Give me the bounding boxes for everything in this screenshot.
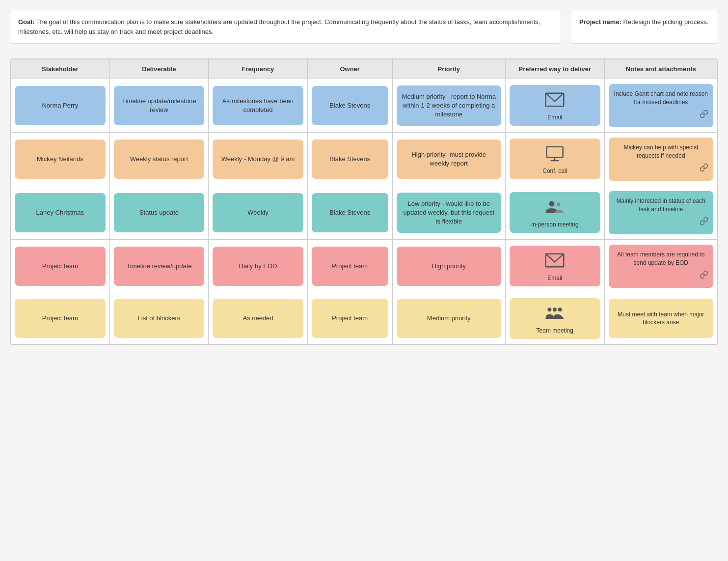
svg-point-8 (548, 308, 552, 311)
priority-card: Low priority - would like to be updated … (397, 193, 501, 233)
attachment-link-icon[interactable] (700, 163, 708, 175)
delivery-icon-email (545, 251, 565, 272)
deliverable-card: Weekly status report (114, 140, 205, 179)
delivery-cell: In-person meeting (505, 186, 604, 239)
goal-label: Goal: (18, 18, 34, 26)
notes-card: Mickey can help with special requests if… (609, 138, 713, 181)
stakeholder-card: Project team (15, 299, 106, 338)
notes-text: Include Gantt chart and note reason for … (614, 90, 708, 107)
notes-card: Must meet with team when major blockers … (609, 299, 713, 338)
delivery-card: In-person meeting (510, 192, 600, 233)
notes-text: Mainly interested in status of each task… (614, 197, 708, 214)
priority-cell: High priority (392, 239, 505, 293)
frequency-card: Weekly - Monday @ 9 am (213, 140, 303, 179)
notes-cell: Include Gantt chart and note reason for … (604, 79, 717, 133)
column-header: Stakeholder (11, 59, 110, 79)
deliverable-card: List of blockers (114, 299, 205, 338)
svg-point-6 (557, 203, 561, 207)
stakeholder-card: Mickey Neilands (15, 140, 106, 179)
frequency-card: Daily by EOD (213, 247, 303, 286)
owner-cell: Project team (307, 239, 392, 293)
delivery-card: Email (510, 85, 600, 126)
owner-cell: Blake Stevens (307, 132, 392, 186)
attachment-link-icon[interactable] (700, 217, 708, 228)
delivery-icon-inperson (545, 197, 565, 218)
notes-card: All team members are required to send up… (609, 245, 713, 288)
svg-rect-1 (547, 147, 563, 158)
delivery-label: Email (547, 114, 562, 121)
stakeholder-cell: Project team (11, 293, 110, 344)
delivery-icon-team-meeting (545, 303, 565, 324)
deliverable-cell: Timeline review/update (109, 239, 209, 293)
notes-cell: Mickey can help with special requests if… (604, 132, 717, 186)
table-header-row: StakeholderDeliverableFrequencyOwnerPrio… (11, 59, 718, 79)
attachment-link-icon[interactable] (700, 270, 708, 282)
stakeholder-cell: Laney Christmas (11, 186, 110, 239)
owner-cell: Project team (307, 293, 392, 344)
delivery-icon-email (545, 90, 565, 111)
owner-card: Project team (312, 299, 388, 338)
column-header: Notes and attachments (604, 59, 717, 79)
header-section: Goal: The goal of this communication pla… (10, 10, 718, 44)
column-header: Owner (307, 59, 392, 79)
delivery-label: Email (547, 275, 562, 281)
column-header: Frequency (209, 59, 308, 79)
delivery-label: In-person meeting (531, 221, 579, 228)
priority-cell: Low priority - would like to be updated … (392, 186, 505, 239)
frequency-card: As needed (213, 299, 303, 338)
delivery-label: Conf. call (542, 168, 567, 174)
svg-point-10 (558, 308, 562, 311)
attachment-link-icon[interactable] (700, 110, 708, 121)
deliverable-card: Timeline review/update (114, 247, 205, 286)
stakeholder-card: Norma Perry (15, 86, 106, 125)
table-row: Laney ChristmasStatus updateWeeklyBlake … (11, 186, 718, 239)
svg-point-5 (549, 201, 555, 207)
project-label: Project name: (579, 18, 621, 26)
deliverable-card: Status update (114, 193, 205, 232)
priority-card: High priority (397, 247, 501, 286)
owner-card: Blake Stevens (312, 86, 388, 125)
column-header: Priority (392, 59, 505, 79)
notes-text: All team members are required to send up… (614, 251, 708, 267)
deliverable-cell: Weekly status report (109, 132, 209, 186)
notes-text: Mickey can help with special requests if… (614, 143, 708, 160)
notes-card: Include Gantt chart and note reason for … (609, 84, 713, 127)
deliverable-cell: List of blockers (109, 293, 209, 344)
frequency-card: Weekly (213, 193, 303, 232)
column-header: Deliverable (109, 59, 209, 79)
delivery-card: Email (510, 246, 600, 286)
notes-cell: Must meet with team when major blockers … (604, 293, 717, 344)
owner-cell: Blake Stevens (307, 186, 392, 239)
priority-cell: High priority- must provide weekly repor… (392, 132, 505, 186)
priority-card: High priority- must provide weekly repor… (397, 140, 501, 179)
table-row: Norma PerryTimeline update/milestone rev… (11, 79, 718, 133)
notes-cell: Mainly interested in status of each task… (604, 186, 717, 239)
owner-card: Blake Stevens (312, 193, 388, 232)
notes-text: Must meet with team when major blockers … (614, 305, 708, 332)
svg-point-9 (553, 308, 557, 311)
stakeholder-cell: Mickey Neilands (11, 132, 110, 186)
priority-card: Medium priority - report to Norma within… (397, 85, 501, 126)
owner-cell: Blake Stevens (307, 79, 392, 133)
delivery-card: Team meeting (510, 298, 600, 339)
goal-box: Goal: The goal of this communication pla… (10, 10, 561, 44)
stakeholder-card: Laney Christmas (15, 193, 106, 232)
stakeholder-cell: Project team (11, 239, 110, 293)
project-text: Redesign the picking process. (621, 18, 708, 26)
notes-cell: All team members are required to send up… (604, 239, 717, 293)
frequency-cell: Weekly - Monday @ 9 am (209, 132, 308, 186)
deliverable-card: Timeline update/milestone review (114, 86, 205, 125)
table-row: Project teamList of blockersAs neededPro… (11, 293, 718, 344)
column-header: Preferred way to deliver (505, 59, 604, 79)
frequency-card: As milestones have been completed (213, 86, 303, 125)
priority-cell: Medium priority - report to Norma within… (392, 79, 505, 133)
deliverable-cell: Timeline update/milestone review (109, 79, 209, 133)
frequency-cell: As milestones have been completed (209, 79, 308, 133)
delivery-cell: Team meeting (505, 293, 604, 344)
table-row: Project teamTimeline review/updateDaily … (11, 239, 718, 293)
priority-card: Medium priority (397, 299, 501, 338)
goal-text: The goal of this communication plan is t… (18, 18, 540, 35)
stakeholder-cell: Norma Perry (11, 79, 110, 133)
priority-cell: Medium priority (392, 293, 505, 344)
notes-card: Mainly interested in status of each task… (609, 191, 713, 234)
